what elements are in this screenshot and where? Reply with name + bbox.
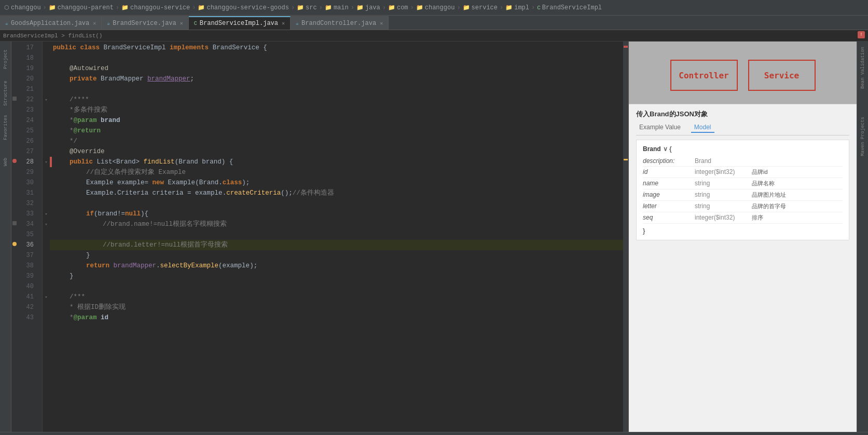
model-row-id: id integer($int32) 品牌id	[643, 167, 843, 178]
code-line-37: }	[50, 250, 623, 261]
right-sidebar: Bean Validation Maven Projects !	[857, 42, 868, 432]
tab-label-ctrl: BrandController.java	[301, 20, 376, 27]
sidebar-maven-projects[interactable]: Maven Projects	[859, 115, 866, 158]
tab-close-icon[interactable]: ✕	[93, 20, 96, 26]
sidebar-project-icon[interactable]: Project	[1, 44, 10, 75]
folder-icon-impl: 📁	[505, 4, 513, 11]
code-line-32	[50, 198, 623, 209]
fold-33[interactable]: ▾	[43, 209, 50, 219]
bc-class: C BrandServiceImpl	[537, 4, 602, 11]
fold-24	[43, 115, 50, 126]
ln-33: 33	[11, 209, 38, 219]
tab-example-value[interactable]: Example Value	[636, 122, 684, 133]
code-line-36: //brand.letter!=null根据首字母搜索	[50, 240, 623, 250]
bc-changgou2: 📁 changgou	[416, 4, 455, 11]
fold-28[interactable]: ▾	[43, 157, 50, 167]
left-sidebar: Project Structure Favorites Web	[0, 42, 11, 432]
code-line-21	[50, 84, 623, 94]
ln-30: 30	[11, 178, 38, 188]
method-breadcrumb-text: BrandServiceImpl > findList()	[3, 33, 102, 39]
folder-icon-com: 📁	[388, 4, 395, 11]
sidebar-structure-icon[interactable]: Structure	[1, 78, 10, 109]
folder-icon-java: 📁	[356, 4, 364, 11]
fold-39	[43, 271, 50, 281]
folder-icon-parent: 📁	[49, 4, 56, 11]
folder-icon-main: 📁	[325, 4, 332, 11]
sidebar-favorites-icon[interactable]: Favorites	[1, 112, 10, 143]
sidebar-web-icon[interactable]: Web	[1, 146, 10, 178]
ln-38: 38	[11, 261, 38, 271]
bc-goods: 📁 changgou-service-goods	[198, 4, 288, 11]
ln-21: 21	[11, 84, 38, 94]
ln-37: 37	[11, 250, 38, 261]
bc-src: 📁 src	[297, 4, 317, 11]
error-indicator: !	[858, 31, 865, 38]
model-brace: }	[643, 227, 843, 235]
tab-close-icon2[interactable]: ✕	[180, 20, 183, 26]
tab-close-ctrl-icon[interactable]: ✕	[380, 20, 383, 26]
code-line-18	[50, 53, 623, 63]
fold-37	[43, 250, 50, 261]
tab-close-active-icon[interactable]: ✕	[282, 20, 285, 26]
code-line-33: if ( brand != null ){	[50, 209, 623, 219]
tab-goodsapplication[interactable]: ☕ GoodsApplication.java ✕	[0, 16, 102, 30]
error-marker-top	[624, 46, 628, 48]
code-line-24: * @param brand	[50, 115, 623, 126]
tab-brandcontroller[interactable]: ☕ BrandController.java ✕	[291, 16, 389, 30]
right-panel: Controller Service 传入Brand的JSON对象 Exampl…	[628, 42, 857, 432]
service-button[interactable]: Service	[748, 60, 816, 91]
fold-23	[43, 105, 50, 115]
ln-34: 34	[11, 219, 38, 229]
ln-25: 25	[11, 126, 38, 136]
fold-22[interactable]: ▾	[43, 94, 50, 105]
tab-brandserviceimpl[interactable]: C BrandServiceImpl.java ✕	[189, 16, 291, 30]
code-line-34: //brand.name!=null根据名字模糊搜索	[50, 219, 623, 229]
model-panel-title: 传入Brand的JSON对象	[636, 110, 849, 119]
fold-32	[43, 198, 50, 209]
code-line-20: private BrandMapper brandMapper ;	[50, 74, 623, 84]
bottom-toolbar: ▶ Run Dashboard ▶ 4: Run 🐛 5: Debug ☑ 6:…	[0, 432, 868, 435]
code-content: 17 18 19 20 21 22 23 24 25 26 27 28 29 3…	[11, 42, 628, 432]
main-layout: Project Structure Favorites Web 17 18 19…	[0, 42, 868, 432]
tab-model[interactable]: Model	[691, 122, 714, 133]
model-name-line: Brand ∨ {	[643, 145, 843, 153]
code-line-25: * @return	[50, 126, 623, 136]
tab-java-icon2: ☕	[107, 20, 110, 26]
ln-42: 42	[11, 302, 38, 312]
sidebar-bean-validation[interactable]: Bean Validation	[859, 45, 866, 91]
tab-impl-icon: C	[194, 21, 197, 26]
model-row-letter: letter string 品牌的首字母	[643, 201, 843, 212]
ln-24: 24	[11, 115, 38, 126]
ln-26: 26	[11, 136, 38, 146]
code-line-27: @Override	[50, 146, 623, 157]
code-line-19: @Autowired	[50, 63, 623, 74]
ln-28: 28	[11, 157, 38, 167]
code-editor[interactable]: 17 18 19 20 21 22 23 24 25 26 27 28 29 3…	[11, 42, 628, 432]
code-line-39: }	[50, 271, 623, 281]
tab-brandservice[interactable]: ☕ BrandService.java ✕	[102, 16, 188, 30]
fold-17[interactable]	[43, 43, 50, 53]
tab-label-active: BrandServiceImpl.java	[200, 20, 278, 27]
bc-com: 📁 com	[388, 4, 408, 11]
fold-gutter: ▾ ▾ ▾ ▾ ▾	[43, 42, 50, 432]
bc-service2: 📁 service	[463, 4, 498, 11]
tab-bar: ☕ GoodsApplication.java ✕ ☕ BrandService…	[0, 16, 868, 30]
folder-icon-src: 📁	[297, 4, 304, 11]
bc-changgou: ⬡ changgou	[4, 4, 41, 11]
code-line-29: //自定义条件搜索对象 Example	[50, 167, 623, 178]
method-breadcrumb: BrandServiceImpl > findList()	[0, 30, 868, 42]
bc-impl: 📁 impl	[505, 4, 529, 11]
code-line-42: * 根据ID删除实现	[50, 302, 623, 312]
ln-40: 40	[11, 281, 38, 292]
swagger-buttons: Controller Service	[670, 60, 816, 91]
fold-18	[43, 53, 50, 63]
fold-34[interactable]: ▾	[43, 219, 50, 229]
fold-41[interactable]: ▾	[43, 292, 50, 302]
code-lines[interactable]: public class BrandServiceImpl implements…	[50, 42, 623, 432]
title-bar: ⬡ changgou › 📁 changgou-parent › 📁 chang…	[0, 0, 868, 16]
fold-26	[43, 136, 50, 146]
warning-marker	[624, 159, 628, 160]
controller-button[interactable]: Controller	[670, 60, 738, 91]
breadcrumb-path: ⬡ changgou › 📁 changgou-parent › 📁 chang…	[4, 4, 602, 11]
folder-icon-service2: 📁	[463, 4, 470, 11]
